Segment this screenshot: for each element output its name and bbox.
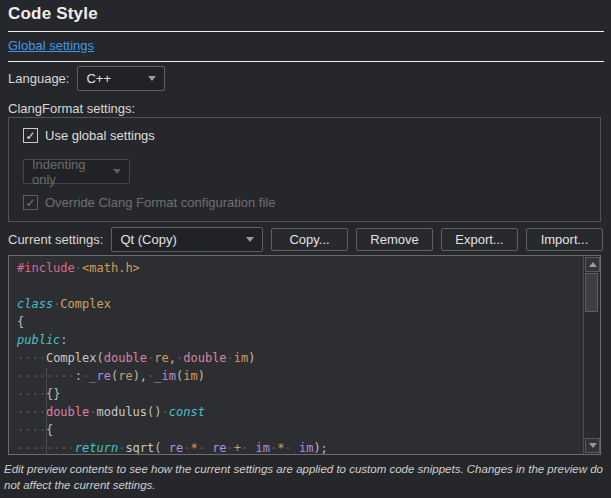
code-token-ws: · (227, 351, 234, 365)
override-config-row: ✓ Override Clang Format configuration fi… (23, 194, 276, 211)
check-icon: ✓ (25, 197, 35, 209)
code-line: ····Complex(double·re,·double·im) (17, 349, 582, 367)
clangformat-settings-label: ClangFormat settings: (8, 101, 135, 116)
code-lines: #include·<math.h>class·Complex{public:··… (17, 259, 582, 455)
code-line: #include·<math.h> (17, 259, 582, 277)
code-token-str: im (183, 369, 197, 383)
code-token-ws: ···· (17, 423, 46, 437)
code-token-type: double (183, 351, 226, 365)
code-preview-editor[interactable]: #include·<math.h>class·Complex{public:··… (8, 255, 601, 455)
code-token-pun: ) (198, 369, 205, 383)
code-token-typename: Complex (60, 297, 111, 311)
global-settings-link[interactable]: Global settings (8, 38, 94, 53)
code-token-fn: Complex (46, 351, 97, 365)
code-token-str: <math.h> (82, 261, 140, 275)
formatting-mode-value: Indenting only (32, 157, 103, 187)
override-config-checkbox[interactable]: ✓ (23, 195, 38, 210)
chevron-down-icon (113, 169, 121, 174)
chevron-down-icon (246, 237, 254, 242)
code-token-field: _re (89, 369, 111, 383)
check-icon: ✓ (25, 130, 35, 142)
override-config-label: Override Clang Format configuration file (45, 195, 276, 210)
code-token-pun: ), (133, 369, 147, 383)
code-token-field: _re (162, 441, 184, 455)
code-line: ········return·sqrt(_re·*·_re·+·_im·*·_i… (17, 439, 582, 455)
editor-vertical-scrollbar[interactable] (583, 256, 600, 454)
clangformat-groupbox: ✓ Use global settings Indenting only ✓ O… (8, 117, 601, 222)
code-token-type: double (104, 351, 147, 365)
code-token-pun: ( (96, 351, 103, 365)
code-token-pun: ); (313, 441, 327, 455)
code-token-kw: return (75, 441, 118, 455)
code-token-pun: : (75, 369, 82, 383)
code-token-str: re (154, 351, 168, 365)
code-line (17, 277, 582, 295)
code-token-pun: {} (46, 387, 60, 401)
code-token-fn: modulus (97, 405, 148, 419)
code-token-pun: () (147, 405, 161, 419)
code-token-str: re (118, 369, 132, 383)
code-line: ····double·modulus()·const (17, 403, 582, 421)
current-settings-value: Qt (Copy) (120, 232, 236, 247)
code-token-field: _im (154, 369, 176, 383)
code-token-field: _re (205, 441, 227, 455)
footer-help-text: Edit preview contents to see how the cur… (4, 461, 606, 493)
import-button[interactable]: Import... (526, 228, 603, 251)
code-token-ws: · (89, 405, 96, 419)
scrollbar-up-button[interactable] (585, 257, 600, 272)
code-token-fn: sqrt (125, 441, 154, 455)
code-token-ws: ···· (17, 351, 46, 365)
indent-guide-line (46, 368, 47, 454)
code-token-op: * (190, 441, 197, 455)
code-token-kw: public (17, 333, 60, 347)
code-token-pun: : (60, 333, 67, 347)
current-settings-label: Current settings: (8, 232, 103, 247)
code-token-type: double (46, 405, 89, 419)
scrollbar-down-button[interactable] (585, 438, 600, 453)
code-line: class·Complex (17, 295, 582, 313)
code-token-field: _im (248, 441, 270, 455)
chevron-down-icon (148, 76, 156, 81)
code-token-ws: · (162, 405, 169, 419)
chevron-down-icon (589, 443, 597, 448)
current-settings-row: Current settings: Qt (Copy) Copy... Remo… (8, 227, 603, 251)
code-token-field: _im (292, 441, 314, 455)
code-token-kw: class (17, 297, 53, 311)
code-token-ws: · (198, 441, 205, 455)
code-token-pun: ( (154, 441, 161, 455)
title-separator (8, 31, 604, 32)
copy-button[interactable]: Copy... (271, 228, 348, 251)
code-token-ws: · (227, 441, 234, 455)
formatting-mode-combobox[interactable]: Indenting only (23, 159, 130, 184)
scrollbar-thumb[interactable] (585, 273, 598, 312)
code-line: public: (17, 331, 582, 349)
code-token-ws: ···· (17, 387, 46, 401)
use-global-settings-row: ✓ Use global settings (23, 127, 155, 144)
code-token-pp: #include (17, 261, 75, 275)
code-token-pun: , (169, 351, 176, 365)
language-row: Language: C++ (8, 66, 165, 91)
code-token-ws: ···· (17, 405, 46, 419)
export-button[interactable]: Export... (441, 228, 518, 251)
language-label: Language: (8, 71, 69, 86)
code-line: ····{ (17, 421, 582, 439)
code-line: ········:·_re(re),·_im(im) (17, 367, 582, 385)
code-token-kw: const (169, 405, 205, 419)
code-token-ws: · (75, 261, 82, 275)
remove-button[interactable]: Remove (356, 228, 433, 251)
language-value: C++ (86, 71, 138, 86)
use-global-settings-checkbox[interactable]: ✓ (23, 128, 38, 143)
chevron-up-icon (589, 262, 597, 267)
code-token-str: im (234, 351, 248, 365)
link-separator (8, 61, 604, 62)
current-settings-combobox[interactable]: Qt (Copy) (111, 227, 263, 252)
language-combobox[interactable]: C++ (77, 66, 165, 91)
code-token-op: + (234, 441, 241, 455)
code-line: { (17, 313, 582, 331)
code-line: ····{} (17, 385, 582, 403)
code-token-pun: ) (248, 351, 255, 365)
code-token-pun: { (17, 315, 24, 329)
use-global-settings-label: Use global settings (45, 128, 155, 143)
code-token-ws: · (284, 441, 291, 455)
page-title: Code Style (8, 4, 98, 24)
